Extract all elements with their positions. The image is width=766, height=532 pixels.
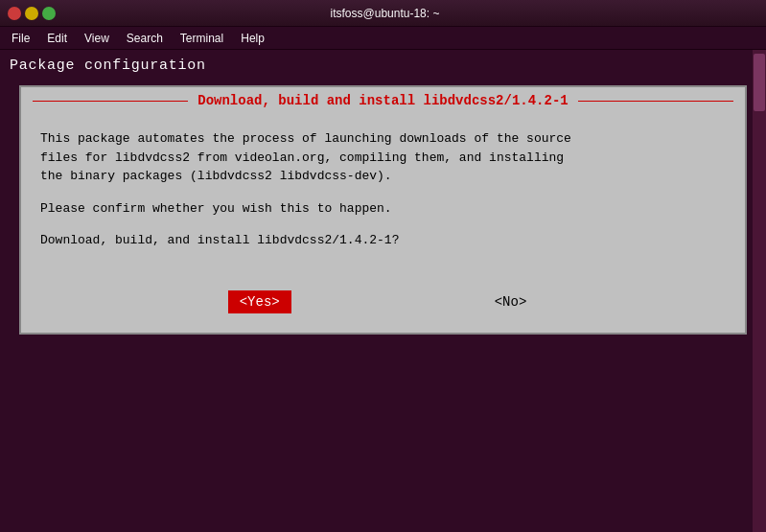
close-button[interactable] [8,7,21,20]
minimize-button[interactable] [25,7,38,20]
dialog-box: Download, build and install libdvdcss2/1… [19,85,747,335]
window-controls[interactable] [8,7,56,20]
terminal-window: itsfoss@ubuntu-18: ~ File Edit View Sear… [0,0,766,532]
dialog-buttons: <Yes> <No> [21,283,745,333]
dialog-paragraph-1: This package automates the process of la… [40,129,726,186]
menu-help[interactable]: Help [233,30,272,47]
menu-terminal[interactable]: Terminal [173,30,231,47]
dialog-paragraph-2: Please confirm whether you wish this to … [40,199,726,219]
dialog-title-area: Download, build and install libdvdcss2/1… [21,87,745,114]
menu-view[interactable]: View [77,30,117,47]
yes-button[interactable]: <Yes> [228,290,291,313]
dialog-content: This package automates the process of la… [21,114,745,283]
menu-search[interactable]: Search [119,30,171,47]
title-line-right [578,101,733,102]
scrollbar[interactable] [753,50,766,532]
title-bar: itsfoss@ubuntu-18: ~ [0,0,766,27]
menu-bar: File Edit View Search Terminal Help [0,27,766,50]
menu-file[interactable]: File [4,30,37,47]
menu-edit[interactable]: Edit [39,30,75,47]
title-line-left [33,101,188,102]
scrollbar-thumb[interactable] [754,54,765,111]
window-title: itsfoss@ubuntu-18: ~ [56,7,714,20]
no-button[interactable]: <No> [483,290,539,313]
dialog-title: Download, build and install libdvdcss2/1… [188,93,577,108]
maximize-button[interactable] [42,7,56,20]
dialog-paragraph-3: Download, build, and install libdvdcss2/… [40,231,726,250]
terminal-body: Package configuration Download, build an… [0,50,766,532]
package-config-title: Package configuration [10,58,756,74]
